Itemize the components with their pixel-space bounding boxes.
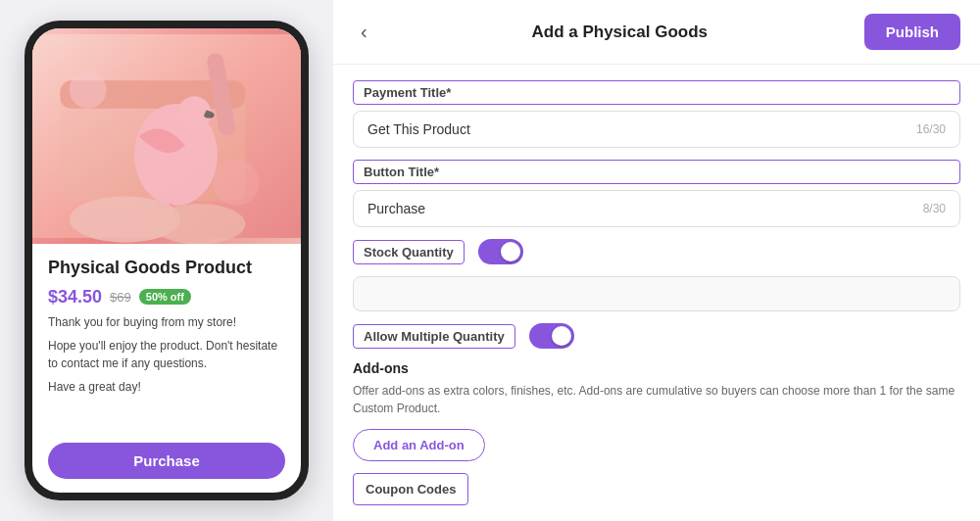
stock-quantity-input[interactable] bbox=[353, 276, 960, 311]
stock-quantity-label: Stock Quantity bbox=[364, 245, 454, 260]
stock-quantity-toggle[interactable] bbox=[478, 239, 523, 264]
payment-title-label: Payment Title* bbox=[353, 80, 960, 105]
coupon-codes-label: Coupon Codes bbox=[366, 482, 456, 497]
payment-title-group: Payment Title* Get This Product 16/30 bbox=[353, 80, 960, 148]
phone-mockup: Physical Goods Product $34.50 $69 50% of… bbox=[24, 21, 309, 500]
addons-section: Add-ons Offer add-ons as extra colors, f… bbox=[353, 360, 960, 417]
addons-desc: Offer add-ons as extra colors, finishes,… bbox=[353, 382, 960, 417]
back-button[interactable]: ‹ bbox=[353, 17, 375, 47]
product-desc-2: Hope you'll enjoy the product. Don't hes… bbox=[48, 337, 285, 372]
price-row: $34.50 $69 50% off bbox=[48, 287, 285, 308]
publish-button[interactable]: Publish bbox=[864, 14, 960, 50]
button-title-label: Button Title* bbox=[353, 160, 960, 184]
button-title-input-wrapper[interactable]: Purchase 8/30 bbox=[353, 190, 960, 227]
purchase-button[interactable]: Purchase bbox=[48, 443, 285, 479]
svg-point-8 bbox=[213, 160, 259, 206]
form-body: Payment Title* Get This Product 16/30 Bu… bbox=[333, 65, 980, 521]
button-title-char-count: 8/30 bbox=[923, 202, 946, 215]
product-title: Physical Goods Product bbox=[48, 258, 285, 279]
product-image-svg bbox=[32, 28, 301, 244]
form-title: Add a Physical Goods bbox=[375, 23, 864, 42]
allow-multiple-row: Allow Multiple Quantity bbox=[353, 323, 960, 349]
payment-title-char-count: 16/30 bbox=[916, 122, 946, 136]
svg-point-10 bbox=[153, 204, 245, 244]
svg-point-7 bbox=[70, 71, 107, 109]
allow-multiple-toggle[interactable] bbox=[529, 323, 574, 349]
payment-title-input-wrapper[interactable]: Get This Product 16/30 bbox=[353, 111, 960, 148]
stock-quantity-row: Stock Quantity bbox=[353, 239, 960, 264]
stock-quantity-label-box: Stock Quantity bbox=[353, 240, 465, 264]
button-title-value: Purchase bbox=[368, 201, 923, 216]
allow-multiple-label-box: Allow Multiple Quantity bbox=[353, 324, 515, 349]
addons-title: Add-ons bbox=[353, 360, 960, 376]
product-desc-3: Have a great day! bbox=[48, 378, 285, 396]
right-panel: ‹ Add a Physical Goods Publish Payment T… bbox=[333, 0, 980, 521]
button-title-group: Button Title* Purchase 8/30 bbox=[353, 160, 960, 227]
price-current: $34.50 bbox=[48, 287, 102, 308]
coupon-codes-row[interactable]: Coupon Codes bbox=[353, 473, 468, 505]
left-panel: Physical Goods Product $34.50 $69 50% of… bbox=[0, 0, 333, 521]
product-desc-1: Thank you for buying from my store! bbox=[48, 313, 285, 331]
product-image bbox=[32, 28, 301, 244]
add-addon-button[interactable]: Add an Add-on bbox=[353, 429, 485, 461]
payment-title-value: Get This Product bbox=[368, 121, 916, 137]
phone-content: Physical Goods Product $34.50 $69 50% of… bbox=[32, 244, 301, 493]
allow-multiple-label: Allow Multiple Quantity bbox=[364, 329, 505, 344]
price-original: $69 bbox=[110, 290, 131, 305]
form-header: ‹ Add a Physical Goods Publish bbox=[333, 0, 980, 65]
discount-badge: 50% off bbox=[139, 289, 191, 305]
